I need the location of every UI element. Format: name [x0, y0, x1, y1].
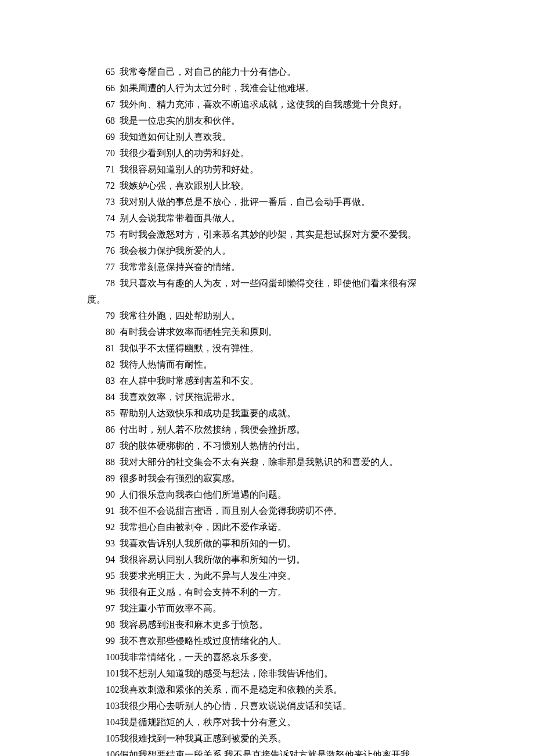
question-text: 我很有正义感，有时会支持不利的一方。	[120, 587, 287, 597]
document-page: 65我常夸耀自己，对自己的能力十分有信心。66如果周遭的人行为太过分时，我准会让…	[0, 0, 534, 756]
question-item: 91我不但不会说甜言蜜语，而且别人会觉得我唠叨不停。	[87, 503, 459, 519]
question-item: 104我是循规蹈矩的人，秩序对我十分有意义。	[87, 714, 459, 730]
question-item: 75有时我会激怒对方，引来慕名其妙的吵架，其实是想试探对方爱不爱我。	[87, 226, 459, 243]
question-item: 95我要求光明正大，为此不异与人发生冲突。	[87, 568, 459, 584]
question-text: 我不但不会说甜言蜜语，而且别人会觉得我唠叨不停。	[120, 506, 342, 516]
question-item: 82我待人热情而有耐性。	[87, 357, 459, 373]
question-text: 假如我想要结束一段关系,我不是直接告诉对方就是激怒他来让他离开我。	[120, 750, 419, 756]
question-number: 101	[96, 665, 120, 682]
question-number: 78	[96, 275, 120, 291]
question-text: 我常往外跑，四处帮助别人。	[120, 311, 240, 321]
question-number: 84	[96, 389, 120, 405]
question-number: 89	[96, 470, 120, 487]
question-number: 91	[96, 503, 120, 519]
question-item: 73我对别人做的事总是不放心，批评一番后，自己会动手再做。	[87, 194, 459, 210]
question-item: 89很多时我会有强烈的寂寞感。	[87, 470, 459, 487]
question-item: 71我很容易知道别人的功劳和好处。	[87, 161, 459, 178]
question-text: 我很少用心去听别人的心情，只喜欢说说俏皮话和笑话。	[120, 701, 352, 711]
question-text: 我是一位忠实的朋友和伙伴。	[120, 116, 240, 125]
question-item: 100我非常情绪化，一天的喜怒哀乐多变。	[87, 649, 459, 665]
question-text: 我只喜欢与有趣的人为友，对一些闷蛋却懒得交往，即使他们看来很有深	[120, 278, 417, 288]
question-text: 付出时，别人若不欣然接纳，我便会挫折感。	[120, 424, 305, 434]
question-text: 人们很乐意向我表白他们所遭遇的问题。	[120, 489, 287, 499]
question-text: 我很少看到别人的功劳和好处。	[120, 148, 250, 158]
question-text: 我喜欢告诉别人我所做的事和所知的一切。	[120, 538, 296, 548]
question-item: 86付出时，别人若不欣然接纳，我便会挫折感。	[87, 422, 459, 438]
question-text-continuation: 度。	[87, 291, 459, 308]
question-text: 我不喜欢那些侵略性或过度情绪化的人。	[120, 636, 287, 646]
question-text: 帮助别人达致快乐和成功是我重要的成就。	[120, 408, 296, 418]
question-item: 70我很少看到别人的功劳和好处。	[87, 145, 459, 161]
question-text: 有时我会激怒对方，引来慕名其妙的吵架，其实是想试探对方爱不爱我。	[120, 229, 417, 239]
question-number: 76	[96, 243, 120, 259]
question-item: 79我常往外跑，四处帮助别人。	[87, 308, 459, 324]
question-number: 82	[96, 357, 120, 373]
question-text: 我注重小节而效率不高。	[120, 603, 222, 613]
question-item: 98我容易感到沮丧和麻木更多于愤怒。	[87, 617, 459, 633]
question-item: 93我喜欢告诉别人我所做的事和所知的一切。	[87, 535, 459, 552]
question-text: 我很容易知道别人的功劳和好处。	[120, 164, 259, 174]
question-item: 88我对大部分的社交集会不太有兴趣，除非那是我熟识的和喜爱的人。	[87, 454, 459, 470]
question-number: 70	[96, 145, 120, 161]
question-number: 98	[96, 617, 120, 633]
question-item: 102我喜欢刺激和紧张的关系，而不是稳定和依赖的关系。	[87, 682, 459, 698]
question-number: 81	[96, 340, 120, 357]
question-item: 77我常常刻意保持兴奋的情绪。	[87, 259, 459, 275]
question-item: 103我很少用心去听别人的心情，只喜欢说说俏皮话和笑话。	[87, 698, 459, 714]
question-text: 我外向、精力充沛，喜欢不断追求成就，这使我的自我感觉十分良好。	[120, 99, 407, 109]
question-number: 97	[96, 600, 120, 617]
question-text: 我常常刻意保持兴奋的情绪。	[120, 262, 240, 272]
question-item: 80有时我会讲求效率而牺牲完美和原则。	[87, 324, 459, 340]
question-text: 我常夸耀自己，对自己的能力十分有信心。	[120, 67, 296, 77]
question-text: 我喜欢效率，讨厌拖泥带水。	[120, 392, 240, 402]
question-number: 104	[96, 714, 120, 730]
question-text: 我不想别人知道我的感受与想法，除非我告诉他们。	[120, 668, 333, 678]
question-item: 92我常担心自由被剥夺，因此不爱作承诺。	[87, 519, 459, 535]
question-text: 别人会说我常带着面具做人。	[120, 213, 240, 223]
question-number: 93	[96, 535, 120, 552]
question-text: 我对大部分的社交集会不太有兴趣，除非那是我熟识的和喜爱的人。	[120, 457, 398, 467]
question-text: 我嫉妒心强，喜欢跟别人比较。	[120, 181, 250, 190]
question-number: 103	[96, 698, 120, 714]
question-text: 我对别人做的事总是不放心，批评一番后，自己会动手再做。	[120, 197, 370, 207]
question-text: 很多时我会有强烈的寂寞感。	[120, 473, 240, 483]
question-number: 67	[96, 96, 120, 113]
question-number: 96	[96, 584, 120, 600]
question-item: 72我嫉妒心强，喜欢跟别人比较。	[87, 178, 459, 194]
question-text: 我似乎不太懂得幽默，没有弹性。	[120, 343, 259, 353]
question-item: 65我常夸耀自己，对自己的能力十分有信心。	[87, 64, 459, 80]
question-number: 77	[96, 259, 120, 275]
question-item: 76我会极力保护我所爱的人。	[87, 243, 459, 259]
question-item: 106假如我想要结束一段关系,我不是直接告诉对方就是激怒他来让他离开我。	[87, 747, 459, 756]
question-item: 96我很有正义感，有时会支持不利的一方。	[87, 584, 459, 600]
question-number: 106	[96, 747, 120, 756]
question-number: 94	[96, 552, 120, 568]
question-item: 69我知道如何让别人喜欢我。	[87, 129, 459, 145]
question-number: 90	[96, 487, 120, 503]
question-item: 97我注重小节而效率不高。	[87, 600, 459, 617]
question-number: 75	[96, 226, 120, 243]
question-number: 65	[96, 64, 120, 80]
question-number: 86	[96, 422, 120, 438]
question-item: 84我喜欢效率，讨厌拖泥带水。	[87, 389, 459, 405]
question-number: 99	[96, 633, 120, 649]
question-number: 85	[96, 405, 120, 422]
question-item: 90人们很乐意向我表白他们所遭遇的问题。	[87, 487, 459, 503]
question-text: 我待人热情而有耐性。	[120, 359, 212, 369]
question-number: 73	[96, 194, 120, 210]
question-item: 85帮助别人达致快乐和成功是我重要的成就。	[87, 405, 459, 422]
question-item: 94我很容易认同别人我所做的事和所知的一切。	[87, 552, 459, 568]
question-text: 我喜欢刺激和紧张的关系，而不是稳定和依赖的关系。	[120, 685, 342, 694]
question-text: 我非常情绪化，一天的喜怒哀乐多变。	[120, 652, 277, 662]
question-number: 102	[96, 682, 120, 698]
question-text: 我知道如何让别人喜欢我。	[120, 132, 231, 142]
question-number: 69	[96, 129, 120, 145]
question-number: 80	[96, 324, 120, 340]
question-number: 72	[96, 178, 120, 194]
question-text: 我容易感到沮丧和麻木更多于愤怒。	[120, 620, 268, 629]
question-text: 我很难找到一种我真正感到被爱的关系。	[120, 733, 287, 743]
question-item: 78我只喜欢与有趣的人为友，对一些闷蛋却懒得交往，即使他们看来很有深	[87, 275, 459, 291]
question-number: 83	[96, 373, 120, 389]
question-number: 92	[96, 519, 120, 535]
question-number: 79	[96, 308, 120, 324]
